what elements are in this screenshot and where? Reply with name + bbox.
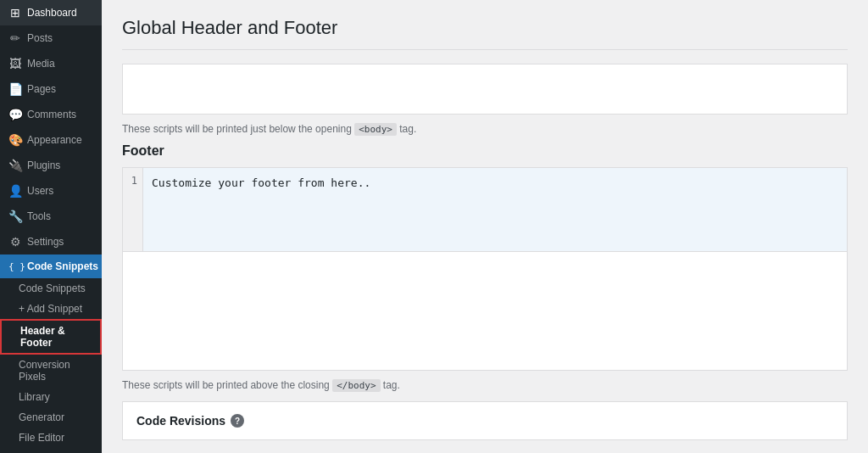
help-icon[interactable]: ? — [231, 414, 244, 428]
code-snippets-submenu: Code Snippets + Add Snippet Header & Foo… — [0, 278, 102, 453]
sidebar-item-label: Plugins — [27, 159, 60, 171]
submenu-generator[interactable]: Generator — [0, 407, 102, 428]
sidebar-item-label: Appearance — [27, 134, 82, 146]
sidebar-item-media[interactable]: 🖼 Media — [0, 51, 102, 76]
sidebar-item-label: Users — [27, 185, 53, 197]
code-revisions-title: Code Revisions ? — [136, 414, 833, 428]
appearance-icon: 🎨 — [8, 133, 22, 147]
body-close-tag-code: </body> — [332, 379, 380, 392]
sidebar-item-label: Media — [27, 58, 55, 70]
media-icon: 🖼 — [8, 57, 22, 70]
sidebar-item-label: Pages — [27, 83, 56, 95]
tools-icon: 🔧 — [8, 210, 22, 223]
code-revisions-section: Code Revisions ? — [122, 401, 848, 440]
sidebar-item-plugins[interactable]: 🔌 Plugins — [0, 153, 102, 178]
pages-icon: 📄 — [8, 82, 22, 96]
sidebar-item-settings[interactable]: ⚙ Settings — [0, 229, 102, 254]
submenu-tools[interactable]: Tools — [0, 448, 102, 453]
users-icon: 👤 — [8, 184, 22, 198]
body-tag-code: <body> — [354, 123, 397, 136]
sidebar-item-label: Dashboard — [27, 7, 77, 19]
submenu-code-snippets[interactable]: Code Snippets — [0, 278, 102, 299]
sidebar-item-users[interactable]: 👤 Users — [0, 178, 102, 204]
sidebar-item-label: Tools — [27, 210, 51, 222]
sidebar-item-appearance[interactable]: 🎨 Appearance — [0, 127, 102, 153]
code-snippets-icon: { } — [8, 261, 22, 272]
sidebar-item-pages[interactable]: 📄 Pages — [0, 76, 102, 102]
sidebar-item-comments[interactable]: 💬 Comments — [0, 102, 102, 127]
sidebar-item-code-snippets[interactable]: { } Code Snippets — [0, 254, 102, 278]
footer-code-content[interactable]: Customize your footer from here.. — [143, 168, 847, 251]
sidebar-item-label: Comments — [27, 109, 76, 120]
footer-code-editor[interactable]: 1 Customize your footer from here.. — [122, 167, 848, 252]
posts-icon: ✏ — [8, 31, 22, 45]
body-open-hint: These scripts will be printed just below… — [122, 123, 848, 135]
main-content: Global Header and Footer These scripts w… — [102, 0, 868, 453]
sidebar-item-posts[interactable]: ✏ Posts — [0, 25, 102, 51]
sidebar-item-label: Settings — [27, 236, 64, 248]
line-numbers: 1 — [123, 168, 143, 251]
sidebar-item-dashboard[interactable]: ⊞ Dashboard — [0, 0, 102, 25]
dashboard-icon: ⊞ — [8, 6, 22, 20]
sidebar-item-label: Posts — [27, 32, 53, 44]
header-code-editor[interactable] — [122, 64, 848, 115]
submenu-add-snippet[interactable]: + Add Snippet — [0, 299, 102, 319]
footer-editor-space[interactable] — [122, 252, 848, 371]
submenu-library[interactable]: Library — [0, 387, 102, 407]
footer-section-title: Footer — [122, 143, 848, 159]
sidebar-item-tools[interactable]: 🔧 Tools — [0, 204, 102, 229]
submenu-file-editor[interactable]: File Editor — [0, 428, 102, 448]
submenu-header-footer[interactable]: Header & Footer — [0, 319, 102, 355]
body-close-hint: These scripts will be printed above the … — [122, 379, 848, 391]
page-title: Global Header and Footer — [122, 17, 848, 50]
settings-icon: ⚙ — [8, 235, 22, 249]
sidebar: ⊞ Dashboard ✏ Posts 🖼 Media 📄 Pages 💬 Co… — [0, 0, 102, 453]
submenu-conversion-pixels[interactable]: Conversion Pixels — [0, 355, 102, 387]
sidebar-item-label: Code Snippets — [27, 260, 98, 272]
plugins-icon: 🔌 — [8, 159, 22, 172]
comments-icon: 💬 — [8, 108, 22, 121]
